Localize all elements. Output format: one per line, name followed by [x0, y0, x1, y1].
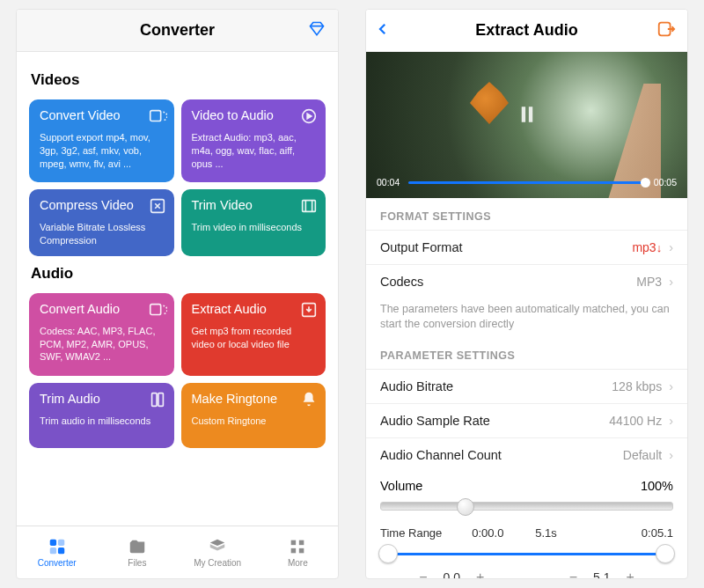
row-output-format[interactable]: Output Format mp3 ↓ ›	[366, 230, 687, 264]
svg-rect-6	[151, 393, 157, 406]
card-desc: Support export mp4, mov, 3gp, 3g2, asf, …	[40, 131, 164, 171]
video-cards: Convert Video Support export mp4, mov, 3…	[29, 99, 326, 256]
card-title: Extract Audio	[192, 302, 316, 316]
row-value: 44100 Hz	[609, 414, 662, 428]
audio-icon	[299, 107, 319, 129]
adj-start-value: 0.0	[444, 570, 460, 578]
svg-rect-17	[521, 107, 524, 122]
tab-label: My Creation	[194, 558, 241, 568]
svg-rect-10	[49, 548, 55, 554]
tab-more[interactable]: More	[258, 526, 338, 578]
card-trim-video[interactable]: Trim Video Trim video in milliseconds	[181, 189, 326, 256]
header: Extract Audio	[366, 10, 687, 52]
card-title: Make Ringtone	[192, 392, 316, 406]
card-make-ringtone[interactable]: Make Ringtone Custom Ringtone	[181, 383, 326, 448]
card-desc: Get mp3 from recorded video or local vid…	[192, 325, 316, 351]
format-settings-heading: FORMAT SETTINGS	[366, 198, 687, 230]
chevron-right-icon: ›	[669, 240, 673, 254]
card-trim-audio[interactable]: Trim Audio Trim audio in milliseconds	[29, 383, 174, 448]
card-title: Trim Video	[192, 198, 316, 212]
card-title: Compress Video	[40, 198, 164, 212]
volume-knob[interactable]	[457, 498, 474, 516]
svg-rect-18	[528, 107, 532, 122]
converter-screen: Converter Videos Convert Video Support e…	[16, 9, 339, 579]
premium-icon[interactable]	[308, 20, 326, 41]
increment-start-button[interactable]: +	[476, 570, 484, 578]
body: Videos Convert Video Support export mp4,…	[17, 52, 338, 526]
svg-rect-0	[150, 111, 160, 121]
card-desc: Extract Audio: mp3, aac, m4a, ogg, wav, …	[192, 131, 316, 171]
time-range-label: Time Range	[380, 526, 465, 540]
card-extract-audio[interactable]: Extract Audio Get mp3 from recorded vide…	[181, 293, 326, 376]
volume-slider[interactable]	[380, 502, 673, 511]
decrement-start-button[interactable]: −	[419, 570, 427, 578]
svg-rect-15	[299, 548, 304, 554]
row-audio-sample-rate[interactable]: Audio Sample Rate 44100 Hz ›	[366, 403, 687, 437]
video-preview[interactable]: 00:04 00:05	[366, 52, 687, 198]
card-title: Trim Audio	[40, 392, 164, 406]
export-button[interactable]	[656, 19, 677, 42]
row-label: Audio Channel Count	[380, 448, 623, 462]
row-label: Audio Sample Rate	[380, 414, 609, 428]
download-icon	[299, 300, 319, 323]
card-desc: Custom Ringtone	[192, 415, 316, 428]
chevron-right-icon: ›	[669, 448, 673, 462]
adj-end-value: 5.1	[593, 570, 610, 578]
trim-icon	[299, 196, 319, 219]
trim-audio-icon	[148, 390, 167, 413]
tab-bar: Converter Files My Creation More	[17, 526, 338, 578]
convert-icon	[148, 107, 167, 129]
svg-rect-11	[58, 548, 64, 554]
row-audio-channel-count[interactable]: Audio Channel Count Default ›	[366, 437, 687, 472]
settings-body: FORMAT SETTINGS Output Format mp3 ↓ › Co…	[366, 198, 687, 578]
card-title: Convert Audio	[40, 302, 164, 316]
card-convert-video[interactable]: Convert Video Support export mp4, mov, 3…	[29, 99, 174, 182]
svg-rect-3	[303, 201, 316, 212]
section-heading-audio: Audio	[31, 265, 326, 283]
audio-cards: Convert Audio Codecs: AAC, MP3, FLAC, PC…	[29, 293, 326, 448]
tab-label: Converter	[38, 558, 77, 568]
time-range-start: 0:00.0	[472, 526, 503, 540]
chevron-right-icon: ›	[669, 275, 673, 289]
tab-converter[interactable]: Converter	[17, 526, 97, 578]
tab-label: More	[288, 558, 308, 568]
svg-rect-9	[58, 540, 64, 546]
row-volume: Volume 100%	[366, 472, 687, 496]
page-title: Extract Audio	[475, 21, 577, 40]
back-button[interactable]	[375, 21, 391, 40]
card-convert-audio[interactable]: Convert Audio Codecs: AAC, MP3, FLAC, PC…	[29, 293, 174, 376]
card-video-to-audio[interactable]: Video to Audio Extract Audio: mp3, aac, …	[181, 99, 326, 182]
svg-rect-8	[49, 540, 55, 546]
convert-icon	[148, 300, 167, 323]
time-range-adjust: − 0.0 + − 5.1 +	[366, 564, 687, 578]
video-progress[interactable]: 00:04 00:05	[377, 177, 677, 187]
range-knob-start[interactable]	[378, 544, 398, 563]
time-duration: 00:05	[654, 177, 677, 187]
format-note: The parameters have been automatically m…	[366, 298, 687, 337]
card-desc: Trim audio in milliseconds	[40, 415, 164, 428]
svg-rect-14	[291, 548, 297, 554]
bell-icon	[299, 390, 319, 413]
increment-end-button[interactable]: +	[626, 570, 634, 578]
time-range-slider[interactable]	[380, 547, 673, 561]
row-label: Codecs	[380, 275, 636, 289]
row-codecs[interactable]: Codecs MP3 ›	[366, 264, 687, 298]
progress-knob[interactable]	[641, 178, 650, 187]
volume-value: 100%	[641, 479, 673, 493]
tab-files[interactable]: Files	[97, 526, 177, 578]
chevron-right-icon: ›	[669, 379, 673, 393]
row-audio-bitrate[interactable]: Audio Bitrate 128 kbps ›	[366, 369, 687, 403]
pause-icon[interactable]	[514, 101, 540, 131]
card-compress-video[interactable]: Compress Video Variable Bitrate Lossless…	[29, 189, 174, 256]
svg-rect-7	[158, 393, 163, 406]
tab-my-creation[interactable]: My Creation	[178, 526, 258, 578]
parameter-settings-heading: PARAMETER SETTINGS	[366, 337, 687, 369]
row-label: Output Format	[380, 240, 632, 254]
header: Converter	[17, 10, 338, 52]
svg-rect-13	[299, 540, 304, 546]
decrement-end-button[interactable]: −	[569, 570, 577, 578]
volume-label: Volume	[380, 479, 422, 493]
tab-label: Files	[128, 558, 146, 568]
extract-audio-screen: Extract Audio 00:04 00:05 FORMAT SETTING…	[365, 9, 688, 579]
range-knob-end[interactable]	[656, 544, 675, 563]
